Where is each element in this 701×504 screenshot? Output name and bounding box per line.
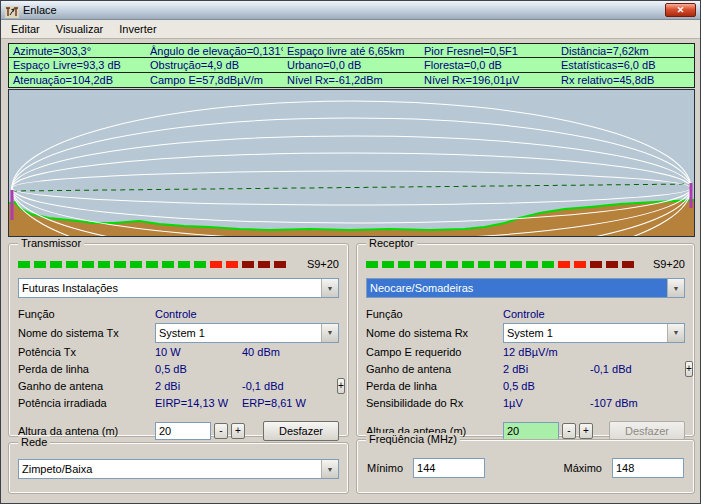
freq-max-input[interactable] [612,458,684,478]
close-icon[interactable]: ✕ [665,3,696,17]
chevron-down-icon[interactable]: ▼ [667,324,684,342]
tx-smeter-row: S9+20 [18,258,339,270]
rx-gain-dbd: -0,1 dBd [590,363,685,375]
network-combo[interactable]: Zimpeto/Baixa ▼ [18,459,339,479]
rx-gain-label: Ganho de antena [366,363,503,375]
rx-role-value: Controle [503,308,545,320]
receiver-panel: Receptor S9+20 Neocare/Somadeiras ▼ Funç… [356,243,695,437]
stat-free-space-loss: Espaço Livre=93,3 dB [9,59,146,71]
tx-site-value: Futuras Instalações [19,279,321,297]
tx-erp-value: ERP=8,61 W [242,397,337,409]
tx-power-dbm: 40 dBm [242,346,337,358]
rx-gain-dbi: 2 dBi [503,363,590,375]
stats-row-2: Espaço Livre=93,3 dB Obstrução=4,9 dB Ur… [9,58,694,72]
link-stats-panel: Azimute=303,3° Ângulo de elevação=0,131°… [8,43,695,88]
stat-forest: Floresta=0,0 dB [420,59,557,71]
stat-worst-fresnel: Pior Fresnel=0,5F1 [420,45,557,57]
tx-height-increase-button[interactable]: + [231,423,245,439]
freq-min-label: Mínimo [367,462,403,474]
tx-undo-button[interactable]: Desfazer [263,421,339,441]
network-panel: Rede Zimpeto/Baixa ▼ [8,442,349,494]
menu-visualizar[interactable]: Visualizar [48,21,112,37]
stats-row-3: Atenuação=104,2dB Campo E=57,8dBµV/m Nív… [9,73,694,87]
rx-undo-button: Desfazer [609,421,685,441]
rx-antenna-options-button[interactable]: + [685,361,693,377]
menubar: Editar Visualizar Inverter [1,20,700,39]
rx-height-increase-button[interactable]: + [579,423,593,439]
rx-site-combo[interactable]: Neocare/Somadeiras ▼ [366,278,685,298]
rx-sensitivity-dbm: -107 dBm [590,397,685,409]
rx-antenna-height-input[interactable] [503,422,559,440]
chevron-down-icon[interactable]: ▼ [321,460,338,478]
tx-role-label: Função [18,308,155,320]
rx-sensitivity-uv: 1µV [503,397,590,409]
tx-system-combo[interactable]: System 1 ▼ [155,323,339,343]
stat-distance: Distância=7,62km [557,45,694,57]
tx-antenna-height-input[interactable] [155,422,211,440]
frequency-panel: Freqüência (MHz) Mínimo Máximo [356,439,695,494]
tx-system-value: System 1 [156,324,321,342]
network-value: Zimpeto/Baixa [19,460,321,478]
tx-antenna-height-label: Altura da antena (m) [18,425,155,437]
rx-height-decrease-button[interactable]: - [562,423,576,439]
tx-eirp-value: EIRP=14,13 W [155,397,242,409]
chevron-down-icon[interactable]: ▼ [321,279,338,297]
freq-min-input[interactable] [413,458,485,478]
stat-azimute: Azimute=303,3° [9,45,146,57]
transmitter-panel: Transmissor S9+20 Futuras Instalações ▼ … [8,243,349,437]
chevron-down-icon[interactable]: ▼ [321,324,338,342]
rx-efield-value: 12 dBµV/m [503,346,590,358]
stat-rx-relative: Rx relativo=45,8dB [557,74,694,86]
tx-system-label: Nome do sistema Tx [18,327,155,339]
tx-lineloss-value: 0,5 dB [155,363,242,375]
tx-gain-dbd: -0,1 dBd [242,380,337,392]
tx-role-value: Controle [155,308,197,320]
stat-urban: Urbano=0,0 dB [283,59,420,71]
tx-smeter-label: S9+20 [307,258,339,270]
rx-lineloss-label: Perda de linha [366,380,503,392]
chevron-down-icon[interactable]: ▼ [667,279,684,297]
tx-power-label: Potência Tx [18,346,155,358]
window-title: Enlace [23,4,665,16]
stat-rx-level-dbm: Nível Rx=-61,2dBm [283,74,420,86]
rx-smeter-row: S9+20 [366,258,685,270]
tx-antenna-options-button[interactable]: + [337,378,345,394]
freq-max-label: Máximo [563,462,602,474]
terrain-profile-view [8,89,695,237]
stat-rx-level-uv: Nível Rx=196,01µV [420,74,557,86]
stat-free-space-range: Espaço livre até 6,65km [283,45,420,57]
rx-sensitivity-label: Sensibilidade do Rx [366,397,503,409]
frequency-panel-title: Freqüência (MHz) [366,433,460,446]
tx-height-decrease-button[interactable]: - [214,423,228,439]
tx-radiated-label: Potência irradiada [18,397,155,409]
rx-system-label: Nome do sistema Rx [366,327,503,339]
tx-lineloss-label: Perda de linha [18,363,155,375]
menu-inverter[interactable]: Inverter [111,21,164,37]
tx-gain-label: Ganho de antena [18,380,155,392]
stat-elevation-angle: Ângulo de elevação=0,131° [146,45,283,57]
stats-row-1: Azimute=303,3° Ângulo de elevação=0,131°… [9,44,694,58]
tx-site-combo[interactable]: Futuras Instalações ▼ [18,278,339,298]
rx-efield-label: Campo E requerido [366,346,503,358]
receiver-panel-title: Receptor [366,237,417,250]
menu-editar[interactable]: Editar [3,21,48,37]
frequency-row: Mínimo Máximo [367,458,684,478]
rx-system-combo[interactable]: System 1 ▼ [503,323,685,343]
rx-smeter-label: S9+20 [653,258,685,270]
stat-obstruction: Obstrução=4,9 dB [146,59,283,71]
enlace-window: Enlace ✕ Editar Visualizar Inverter Azim… [0,0,701,504]
tx-signal-meter [18,261,295,268]
network-panel-title: Rede [18,436,50,449]
tx-power-watts: 10 W [155,346,242,358]
profile-svg [9,90,694,236]
titlebar: Enlace ✕ [1,1,700,20]
rx-signal-meter [366,261,641,268]
stat-statistics: Estatísticas=6,0 dB [557,59,694,71]
app-icon [5,4,19,16]
transmitter-panel-title: Transmissor [18,237,84,250]
rx-system-value: System 1 [504,324,667,342]
tx-gain-dbi: 2 dBi [155,380,242,392]
rx-lineloss-value: 0,5 dB [503,380,590,392]
stat-efield: Campo E=57,8dBµV/m [146,74,283,86]
rx-site-value: Neocare/Somadeiras [367,279,667,297]
